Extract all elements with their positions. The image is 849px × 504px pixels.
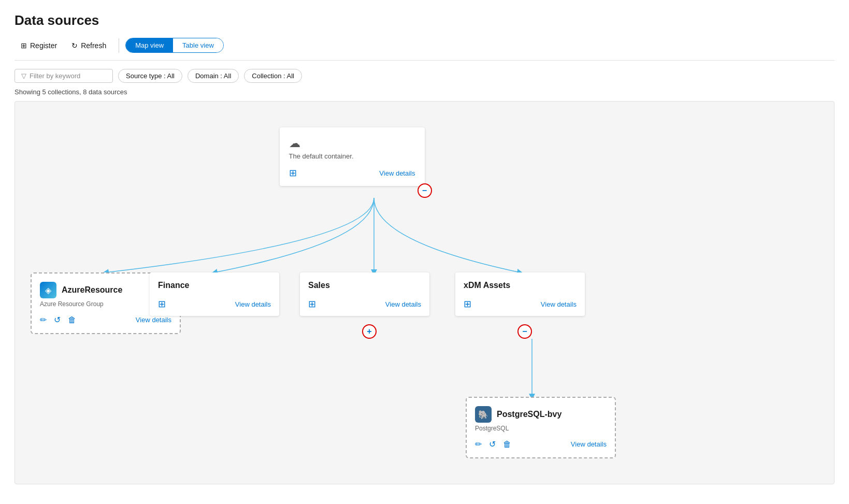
collection-filter[interactable]: Collection : All	[244, 69, 302, 83]
keyword-placeholder: Filter by keyword	[30, 72, 80, 80]
refresh-icon: ↻	[71, 41, 78, 50]
postgresql-link-icon[interactable]: ↺	[489, 439, 496, 449]
toolbar-divider	[119, 38, 119, 53]
azure-link-icon[interactable]: ↺	[54, 315, 61, 325]
finance-view-details[interactable]: View details	[235, 300, 271, 308]
register-button[interactable]: ⊞ Register	[15, 38, 63, 53]
xdm-assets-card: xDM Assets ⊞ View details	[455, 272, 585, 316]
postgresql-type: PostgreSQL	[475, 425, 607, 432]
sales-toggle[interactable]: +	[362, 324, 377, 339]
source-type-filter[interactable]: Source type : All	[118, 69, 182, 83]
azure-icon: ◈	[40, 282, 56, 298]
postgresql-view-details[interactable]: View details	[571, 440, 607, 448]
default-container-view-details[interactable]: View details	[379, 169, 415, 177]
sales-footer: ⊞ View details	[308, 298, 421, 310]
postgresql-card: 🐘 PostgreSQL-bvy PostgreSQL ✏ ↺ 🗑 View d…	[466, 397, 616, 458]
register-icon: ⊞	[21, 41, 27, 50]
postgresql-actions: ✏ ↺ 🗑 View details	[475, 439, 607, 449]
azure-resource-actions: ✏ ↺ 🗑 View details	[40, 315, 171, 325]
azure-view-details[interactable]: View details	[136, 316, 171, 324]
finance-title: Finance	[158, 281, 271, 290]
finance-card: Finance ⊞ View details	[150, 272, 279, 316]
default-container-toggle[interactable]: −	[418, 183, 432, 198]
default-container-subtitle: The default container.	[289, 152, 415, 160]
sales-title: Sales	[308, 281, 421, 290]
default-container-card: ☁ The default container. ⊞ View details	[280, 127, 425, 186]
xdm-title: xDM Assets	[464, 281, 577, 290]
xdm-view-details[interactable]: View details	[541, 300, 577, 308]
view-toggle: Map view Table view	[125, 38, 224, 53]
domain-filter[interactable]: Domain : All	[188, 69, 239, 83]
azure-edit-icon[interactable]: ✏	[40, 315, 47, 325]
finance-table-icon: ⊞	[158, 298, 166, 310]
map-view-button[interactable]: Map view	[126, 38, 173, 52]
table-view-button[interactable]: Table view	[173, 38, 223, 52]
sales-table-icon: ⊞	[308, 298, 316, 310]
postgresql-title: PostgreSQL-bvy	[497, 410, 562, 419]
sales-view-details[interactable]: View details	[385, 300, 421, 308]
postgresql-icon: 🐘	[475, 406, 492, 423]
filter-icon: ▽	[21, 72, 26, 80]
default-container-footer: ⊞ View details	[289, 167, 415, 179]
page-title: Data sources	[15, 12, 834, 28]
cloud-icon: ☁	[289, 137, 415, 150]
keyword-filter[interactable]: ▽ Filter by keyword	[15, 69, 113, 83]
azure-resource-title: AzureResource	[62, 285, 122, 295]
filters-bar: ▽ Filter by keyword Source type : All Do…	[15, 69, 834, 83]
sales-card: Sales ⊞ View details	[300, 272, 429, 316]
postgresql-header: 🐘 PostgreSQL-bvy	[475, 406, 607, 423]
map-canvas: ☁ The default container. ⊞ View details …	[15, 101, 834, 484]
register-label: Register	[30, 41, 57, 50]
azure-delete-icon[interactable]: 🗑	[68, 315, 76, 325]
xdm-footer: ⊞ View details	[464, 298, 577, 310]
summary-text: Showing 5 collections, 8 data sources	[15, 88, 834, 96]
postgresql-edit-icon[interactable]: ✏	[475, 439, 482, 449]
finance-footer: ⊞ View details	[158, 298, 271, 310]
refresh-label: Refresh	[81, 41, 106, 50]
postgresql-delete-icon[interactable]: 🗑	[503, 440, 511, 449]
xdm-toggle[interactable]: −	[517, 324, 532, 339]
refresh-button[interactable]: ↻ Refresh	[65, 38, 112, 53]
xdm-table-icon: ⊞	[464, 298, 471, 310]
toolbar: ⊞ Register ↻ Refresh Map view Table view	[15, 38, 834, 61]
default-container-table-icon: ⊞	[289, 167, 297, 179]
